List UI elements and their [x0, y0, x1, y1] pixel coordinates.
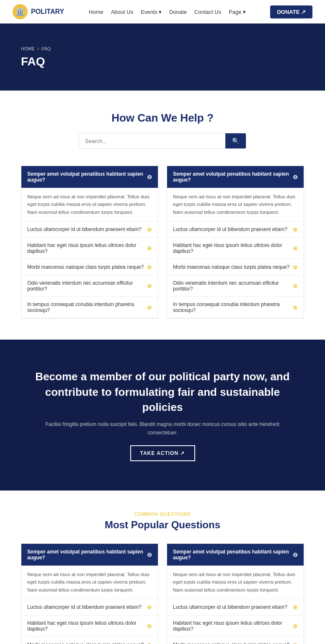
- faq-item: Odio venenatis interdum nec accumsan eff…: [21, 275, 158, 297]
- nav-home[interactable]: Home: [89, 9, 103, 15]
- faq-grid-2: Semper amet volutpat penatibus habitant …: [21, 543, 304, 644]
- logo-text: POLITARY: [31, 8, 64, 16]
- cta-section: Become a member of our political party n…: [0, 340, 325, 491]
- faq-row-4[interactable]: Odio venenatis interdum nec accumsan eff…: [21, 275, 158, 296]
- breadcrumb: HOME › FAQ: [21, 46, 304, 52]
- popular-title: Most Popular Questions: [21, 519, 304, 531]
- expand-icon: ⊖: [147, 551, 152, 558]
- faq-row-r1[interactable]: Luctus ullamcorper id ut bibendum praese…: [167, 221, 304, 237]
- main-nav: Home About Us Events ▾ Donate Contact Us…: [89, 9, 246, 15]
- page-title: FAQ: [21, 55, 304, 68]
- header: 🏛️ POLITARY Home About Us Events ▾ Donat…: [0, 0, 325, 23]
- chevron-icon: ⊕: [293, 283, 298, 289]
- chevron-icon: ⊕: [293, 264, 298, 270]
- nav-contact[interactable]: Contact Us: [194, 9, 221, 15]
- faq-right-header-text: Semper amet volutpat penatibus habitant …: [173, 171, 293, 183]
- faq-row-2[interactable]: Habitant hac eget risus ipsum letius ult…: [21, 238, 158, 259]
- faq-item: Morbi maecenas natoque class turpis plat…: [167, 259, 304, 275]
- chevron-icon: ⊕: [147, 226, 152, 233]
- chevron-down-icon: ▾: [159, 9, 162, 15]
- chevron-icon: ⊕: [293, 245, 298, 252]
- faq-left-body: Neque sem ad risus at non imperdiet plac…: [21, 188, 158, 221]
- faq2-right-header[interactable]: Semper amet volutpat penatibus habitant …: [167, 544, 304, 566]
- breadcrumb-home[interactable]: HOME: [21, 46, 35, 51]
- faq-item: Morbi maecenas natoque class turpis plat…: [167, 637, 304, 644]
- faq-item: Luctus ullamcorper id ut bibendum praese…: [21, 599, 158, 615]
- faq-item: Habitant hac eget risus ipsum letius ult…: [21, 615, 158, 637]
- faq-row-1[interactable]: Luctus ullamcorper id ut bibendum praese…: [21, 221, 158, 237]
- search-bar: 🔍: [79, 133, 246, 149]
- chevron-icon: ⊕: [293, 623, 298, 629]
- faq2-left-body: Neque sem ad risus at non imperdiet plac…: [21, 566, 158, 599]
- expand-icon: ⊖: [293, 551, 298, 558]
- faq2-col-right: Semper amet volutpat penatibus habitant …: [167, 543, 304, 644]
- faq-item: Morbi maecenas natoque class turpis plat…: [21, 637, 158, 644]
- faq-row-r3[interactable]: Morbi maecenas natoque class turpis plat…: [167, 259, 304, 275]
- faq2-col-left: Semper amet volutpat penatibus habitant …: [21, 543, 158, 644]
- faq-item: Morbi maecenas natoque class turpis plat…: [21, 259, 158, 275]
- faq-item: In tempus consequat conubia interdum pha…: [21, 297, 158, 318]
- chevron-down-icon: ▾: [243, 9, 246, 15]
- faq-row-3[interactable]: Morbi maecenas natoque class turpis plat…: [21, 259, 158, 275]
- breadcrumb-separator: ›: [37, 46, 39, 52]
- faq-grid-1: Semper amet volutpat penatibus habitant …: [0, 166, 325, 340]
- chevron-icon: ⊕: [147, 623, 152, 629]
- faq-row-r2[interactable]: Habitant hac eget risus ipsum letius ult…: [167, 238, 304, 259]
- nav-events[interactable]: Events ▾: [141, 9, 162, 15]
- faq2-left-header[interactable]: Semper amet volutpat penatibus habitant …: [21, 544, 158, 566]
- logo-icon: 🏛️: [13, 4, 28, 19]
- faq2-row-r2[interactable]: Habitant hac eget risus ipsum letius ult…: [167, 615, 304, 636]
- nav-page[interactable]: Page ▾: [229, 9, 245, 15]
- faq2-right-body: Neque sem ad risus at non imperdiet plac…: [167, 566, 304, 599]
- expand-icon: ⊖: [147, 174, 152, 180]
- faq-right-body: Neque sem ad risus at non imperdiet plac…: [167, 188, 304, 221]
- chevron-icon: ⊕: [147, 604, 152, 610]
- take-action-button[interactable]: TAKE ACTION ↗: [130, 445, 195, 461]
- faq-item: Habitant hac eget risus ipsum letius ult…: [21, 238, 158, 259]
- faq-row-r4[interactable]: Odio venenatis interdum nec accumsan eff…: [167, 275, 304, 296]
- faq-right-header[interactable]: Semper amet volutpat penatibus habitant …: [167, 166, 304, 188]
- faq2-row-r3[interactable]: Morbi maecenas natoque class turpis plat…: [167, 637, 304, 644]
- faq-item: Luctus ullamcorper id ut bibendum praese…: [21, 221, 158, 238]
- faq-row-5[interactable]: In tempus consequat conubia interdum pha…: [21, 297, 158, 318]
- help-section: How Can We Help ? 🔍: [0, 91, 325, 166]
- faq2-row-r1[interactable]: Luctus ullamcorper id ut bibendum praese…: [167, 599, 304, 615]
- faq-row-r5[interactable]: In tempus consequat conubia interdum pha…: [167, 297, 304, 318]
- faq-left-header-text: Semper amet volutpat penatibus habitant …: [27, 171, 147, 183]
- faq-col-right: Semper amet volutpat penatibus habitant …: [167, 166, 304, 319]
- faq-item: Luctus ullamcorper id ut bibendum praese…: [167, 599, 304, 615]
- common-questions-label: COMMON QUESTIONS: [21, 512, 304, 517]
- faq-item: In tempus consequat conubia interdum pha…: [167, 297, 304, 318]
- faq2-right-header-text: Semper amet volutpat penatibus habitant …: [173, 549, 293, 561]
- chevron-icon: ⊕: [147, 283, 152, 289]
- search-input[interactable]: [79, 133, 225, 148]
- hero-banner: HOME › FAQ FAQ: [0, 23, 325, 91]
- faq-item: Luctus ullamcorper id ut bibendum praese…: [167, 221, 304, 238]
- donate-button[interactable]: DONATE ↗: [270, 5, 312, 18]
- breadcrumb-current: FAQ: [41, 46, 51, 51]
- faq-item: Habitant hac eget risus ipsum letius ult…: [167, 238, 304, 259]
- popular-section: COMMON QUESTIONS Most Popular Questions …: [0, 491, 325, 644]
- chevron-icon: ⊕: [147, 264, 152, 270]
- chevron-icon: ⊕: [147, 304, 152, 311]
- search-button[interactable]: 🔍: [225, 133, 246, 148]
- chevron-icon: ⊕: [147, 641, 152, 644]
- nav-donate[interactable]: Donate: [169, 9, 187, 15]
- cta-title: Become a member of our political party n…: [34, 369, 291, 415]
- faq2-row-1[interactable]: Luctus ullamcorper id ut bibendum praese…: [21, 599, 158, 615]
- nav-about[interactable]: About Us: [111, 9, 133, 15]
- chevron-icon: ⊕: [293, 604, 298, 610]
- chevron-icon: ⊕: [147, 245, 152, 252]
- faq-item: Odio venenatis interdum nec accumsan eff…: [167, 275, 304, 297]
- faq2-row-2[interactable]: Habitant hac eget risus ipsum letius ult…: [21, 615, 158, 636]
- chevron-icon: ⊕: [293, 226, 298, 233]
- chevron-icon: ⊕: [293, 304, 298, 311]
- cta-subtitle: Facilisi fringilla pretium nulla suscipi…: [34, 421, 291, 436]
- faq-item: Habitant hac eget risus ipsum letius ult…: [167, 615, 304, 637]
- chevron-icon: ⊕: [293, 641, 298, 644]
- faq-left-header[interactable]: Semper amet volutpat penatibus habitant …: [21, 166, 158, 188]
- faq-col-left: Semper amet volutpat penatibus habitant …: [21, 166, 158, 319]
- logo[interactable]: 🏛️ POLITARY: [13, 4, 64, 19]
- expand-icon: ⊖: [293, 174, 298, 180]
- faq2-row-3[interactable]: Morbi maecenas natoque class turpis plat…: [21, 637, 158, 644]
